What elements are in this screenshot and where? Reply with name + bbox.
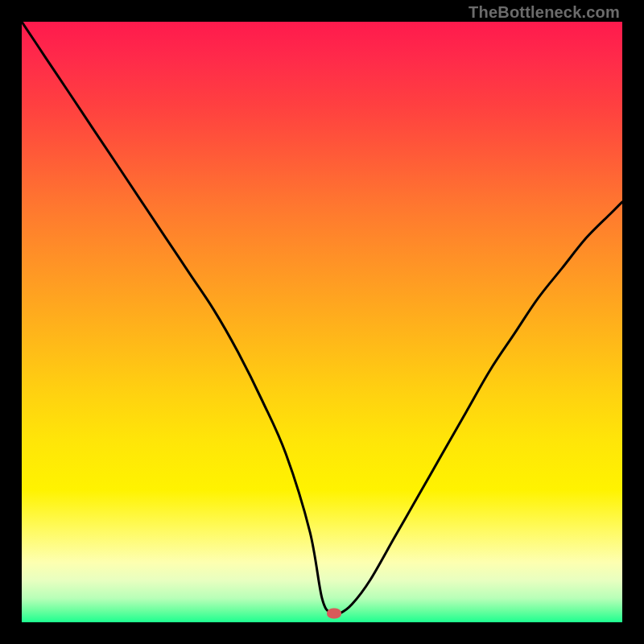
plot-area bbox=[22, 22, 622, 622]
chart-frame: TheBottleneck.com bbox=[0, 0, 644, 644]
bottleneck-curve bbox=[22, 22, 622, 615]
watermark-text: TheBottleneck.com bbox=[469, 3, 620, 22]
optimal-point-marker bbox=[327, 608, 341, 618]
curve-svg bbox=[22, 22, 622, 622]
